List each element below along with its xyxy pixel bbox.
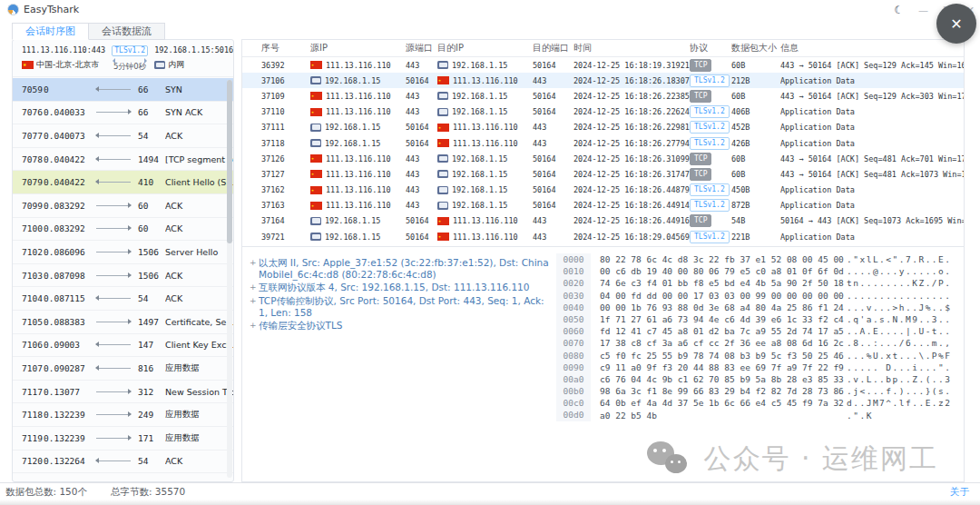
packet-row[interactable]: 37111192.168.1.1550164111.13.116.1104432… (242, 120, 964, 135)
about-link[interactable]: 关于 (950, 486, 969, 499)
flow-row-number: 7076 (13, 107, 44, 117)
protocol-cell: TCP (690, 59, 731, 72)
packet-detail-tree: +以太网 II, Src: Apple_37:e1:52 (3c:22:fb:3… (242, 248, 556, 441)
flow-row[interactable]: 71070.090287816应用数据 (13, 357, 233, 381)
hex-bytes: c5 f0 fc 25 55 b9 78 74 08 b3 b9 5c f3 5… (591, 351, 847, 361)
protocol-badge: TLSv1.2 (690, 121, 730, 134)
flow-row[interactable]: 71030.0870981506ACK (13, 264, 233, 288)
source-ip: 111.13.116.110 (310, 185, 406, 194)
hex-row: 000080 22 78 6c 4c d8 3c 22 fb 37 e1 52 … (556, 253, 964, 265)
flow-row[interactable]: 71060.09003147Client Key Exch… (13, 334, 233, 358)
monitor-icon (310, 233, 321, 241)
source-port: 443 (406, 170, 437, 179)
packet-info: 443 → 50164 [ACK] Seq=481 Ack=1073 Win=1… (780, 170, 964, 179)
packet-size: 212B (731, 76, 780, 85)
flow-row[interactable]: 71170.13077312New Session Tic… (13, 381, 233, 404)
packet-row[interactable]: 37110111.13.116.110443192.168.1.15501642… (242, 104, 964, 120)
source-port: 443 (406, 154, 437, 163)
hex-offset: 0060 (556, 325, 591, 337)
flow-row[interactable]: 71190.132239171应用数据 (13, 427, 233, 451)
protocol-cell: TLSv1.2 (690, 74, 731, 87)
monitor-icon (437, 61, 448, 69)
flow-row[interactable]: 70780.0404221494[TCP segment of… (13, 148, 233, 172)
flow-row-length: 816 (138, 363, 165, 373)
flow-row-time: 0.086096 (44, 247, 96, 257)
packet-row[interactable]: 39721192.168.1.1550164111.13.116.1104432… (242, 229, 964, 244)
floating-close-button[interactable]: ✕ (936, 4, 976, 44)
packet-row[interactable]: 37162111.13.116.110443192.168.1.15501642… (242, 183, 964, 198)
flow-row[interactable]: 71040.08711554ACK (13, 287, 233, 311)
flow-row[interactable]: 70790.040422410Client Hello (S… (13, 171, 233, 194)
china-flag-icon (310, 108, 322, 116)
column-header: 源IP (310, 42, 406, 54)
packet-row[interactable]: 37109111.13.116.110443192.168.1.15501642… (242, 88, 964, 104)
flow-row-length: 171 (138, 433, 165, 443)
expand-icon[interactable]: + (250, 295, 259, 307)
flow-row-label: Certificate, Se… (165, 317, 233, 327)
monitor-icon (437, 202, 448, 210)
hex-bytes: 74 6e c3 f4 01 bb f8 e5 bd e4 4b 5a 90 2… (591, 278, 847, 288)
flow-row-time: 0.040033 (44, 107, 96, 117)
packet-size: 54B (731, 216, 780, 225)
packet-time: 2024-12-25 16:18:29.045694 (573, 233, 690, 242)
flow-row-time: 0.088383 (44, 317, 96, 327)
flow-row[interactable]: 7059066SYN (13, 78, 233, 102)
flow-scrollbar-thumb[interactable] (227, 80, 232, 243)
expand-icon[interactable]: + (250, 282, 259, 293)
flow-row-length: 312 (138, 387, 165, 397)
hex-offset: 0050 (556, 313, 591, 325)
flow-row-label: ACK (165, 201, 233, 211)
packet-info: 443 → 50164 [ACK] Seq=481 Ack=701 Win=17… (780, 154, 964, 163)
packet-row[interactable]: 37118192.168.1.1550164111.13.116.1104432… (242, 135, 964, 151)
hex-row: 00a0c6 76 04 4c 9b c1 62 70 85 b9 5a 8b … (556, 373, 964, 385)
minimize-icon[interactable]: — (918, 5, 928, 15)
flow-row[interactable]: 70760.04003366SYN ACK (13, 102, 233, 125)
detail-tree-item[interactable]: +传输层安全协议TLS (250, 320, 553, 332)
detail-tree-item[interactable]: +以太网 II, Src: Apple_37:e1:52 (3c:22:fb:3… (250, 257, 553, 281)
flow-row-time: 0.132239 (44, 433, 96, 443)
packet-row[interactable]: 37126111.13.116.110443192.168.1.15501642… (242, 151, 964, 166)
packet-time: 2024-12-25 16:18:26.223853 (573, 92, 690, 101)
flow-row[interactable]: 71050.0883831497Certificate, Se… (13, 311, 233, 334)
total-packets-status: 数据包总数: 150个 (5, 486, 87, 499)
flow-row[interactable]: 71020.0860961506Server Hello (13, 241, 233, 264)
expand-icon[interactable]: + (250, 257, 259, 269)
app-logo-icon (7, 4, 19, 15)
packet-row[interactable]: 37106192.168.1.1550164111.13.116.1104432… (242, 73, 964, 88)
flow-row[interactable]: 71200.13226454ACK (13, 451, 233, 474)
protocol-badge: TLSv1.2 (690, 199, 730, 212)
destination-ip: 192.168.1.15 (437, 154, 533, 163)
session-duration: 5分钟0秒 (113, 62, 146, 73)
flow-row-time: 0.083292 (44, 223, 96, 233)
packet-time: 2024-12-25 16:18:26.310998 (573, 154, 690, 163)
destination-port: 50164 (533, 185, 573, 194)
flow-row[interactable]: 70990.08329260ACK (13, 194, 233, 218)
flow-row-length: 66 (138, 107, 165, 117)
flow-row[interactable]: 71180.132239249应用数据 (13, 403, 233, 427)
hex-bytes: 17 38 c8 cf 3a a6 cf cc 2f 36 ee a8 08 6… (591, 338, 847, 348)
flow-direction-arrow-icon (96, 135, 138, 136)
tab-data-stream[interactable]: 会话数据流 (89, 23, 165, 40)
expand-icon[interactable]: + (250, 320, 259, 332)
flow-row-number: 7100 (13, 223, 44, 233)
detail-tree-text: 以太网 II, Src: Apple_37:e1:52 (3c:22:fb:37… (259, 257, 553, 281)
packet-row[interactable]: 37163111.13.116.110443192.168.1.15501642… (242, 198, 964, 213)
packet-size: 450B (731, 185, 780, 194)
flow-row[interactable]: 71000.08329260ACK (13, 218, 233, 242)
detail-tree-item[interactable]: +TCP传输控制协议, Src Port: 50164, Dst Port: 4… (250, 295, 553, 319)
hex-offset: 0020 (556, 277, 591, 289)
packet-size: 872B (731, 201, 780, 210)
packet-row[interactable]: 37164192.168.1.1550164111.13.116.1104432… (242, 213, 964, 229)
source-port: 443 (406, 107, 437, 116)
hex-offset: 0070 (556, 337, 591, 349)
flow-direction-arrow-icon (96, 414, 138, 415)
flow-row[interactable]: 70770.04007354ACK (13, 124, 233, 148)
dark-mode-icon[interactable]: ☾ (894, 5, 904, 15)
tab-flow-diagram[interactable]: 会话时序图 (12, 23, 89, 40)
detail-tree-item[interactable]: +互联网协议版本 4, Src: 192.168.1.15, Dst: 111.… (250, 282, 553, 293)
flow-row-number: 7118 (13, 410, 44, 420)
hex-ascii: .8..:.../6...m., (847, 338, 964, 348)
protocol-badge: TLSv1.2 (690, 231, 730, 243)
packet-row[interactable]: 36392111.13.116.110443192.168.1.15501642… (242, 57, 964, 73)
packet-row[interactable]: 37127111.13.116.110443192.168.1.15501642… (242, 166, 964, 182)
